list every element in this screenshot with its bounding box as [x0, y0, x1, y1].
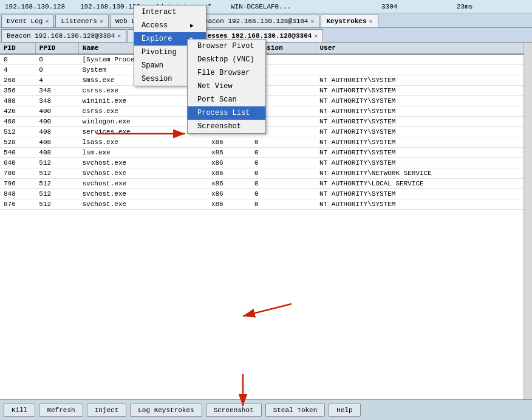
- sm-process-list[interactable]: Process List: [188, 106, 265, 120]
- cell-arch: x86: [208, 137, 251, 148]
- cell-session: 0: [251, 189, 316, 199]
- cell-pid: 876: [0, 199, 35, 210]
- tab-listeners[interactable]: Listeners ✕: [55, 15, 108, 27]
- cell-user: NT AUTHORITY\NETWORK SERVICE: [316, 168, 532, 179]
- cell-user: [316, 54, 532, 65]
- cell-user: [316, 65, 532, 75]
- cell-user: NT AUTHORITY\LOCAL SERVICE: [316, 179, 532, 189]
- cell-user: NT AUTHORITY\SYSTEM: [316, 158, 532, 168]
- cell-pid: 640: [0, 158, 35, 168]
- cell-arch: x86: [208, 179, 251, 189]
- close-processes-3304[interactable]: ✕: [314, 32, 318, 40]
- cell-ppid: 512: [35, 189, 78, 199]
- scrollbar[interactable]: [523, 43, 532, 399]
- cell-pid: 512: [0, 127, 35, 137]
- close-keystrokes-1[interactable]: ✕: [369, 18, 372, 25]
- sm-screenshot[interactable]: Screenshot: [188, 120, 265, 133]
- close-beacon-3184[interactable]: ✕: [310, 18, 314, 25]
- cell-arch: x86: [208, 158, 251, 168]
- cell-arch: x86: [208, 189, 251, 199]
- cell-pid: 848: [0, 189, 35, 199]
- refresh-button[interactable]: Refresh: [39, 404, 83, 417]
- cell-name: svchost.exe: [79, 179, 208, 189]
- cell-ppid: 512: [35, 179, 78, 189]
- cell-arch: x86: [208, 199, 251, 210]
- cell-arch: x86: [208, 168, 251, 179]
- cell-user: NT AUTHORITY\SYSTEM: [316, 127, 532, 137]
- cell-ppid: 4: [35, 75, 78, 86]
- table-row[interactable]: 848512svchost.exex860NT AUTHORITY\SYSTEM: [0, 189, 532, 199]
- cell-user: NT AUTHORITY\SYSTEM: [316, 86, 532, 96]
- cell-user: NT AUTHORITY\SYSTEM: [316, 199, 532, 210]
- sm-desktop-vnc[interactable]: Desktop (VNC): [188, 53, 265, 66]
- cell-pid: 356: [0, 86, 35, 96]
- cell-user: NT AUTHORITY\SYSTEM: [316, 189, 532, 199]
- screenshot-button[interactable]: Screenshot: [206, 404, 262, 417]
- tab-bar-1: Event Log ✕ Listeners ✕ Web Log ✕ Sites …: [0, 13, 532, 28]
- cell-pid: 540: [0, 148, 35, 158]
- col-pid: 3304: [379, 3, 454, 10]
- tab-beacon-3304[interactable]: Beacon 192.168.130.128@3304 ✕: [1, 29, 126, 42]
- cell-ppid: 408: [35, 148, 78, 158]
- table-row[interactable]: 540408lsm.exex860NT AUTHORITY\SYSTEM: [0, 148, 532, 158]
- sm-port-scan[interactable]: Port Scan: [188, 93, 265, 106]
- col-external: 192.168.130.128: [2, 3, 78, 10]
- cm-interact[interactable]: Interact: [134, 5, 206, 19]
- cell-user: NT AUTHORITY\SYSTEM: [316, 96, 532, 106]
- cell-pid: 420: [0, 106, 35, 117]
- close-event-log[interactable]: ✕: [45, 18, 49, 25]
- inject-button[interactable]: Inject: [87, 404, 127, 417]
- tab-beacon-3184[interactable]: Beacon 192.168.130.128@3184 ✕: [194, 15, 319, 27]
- cell-pid: 408: [0, 96, 35, 106]
- table-row[interactable]: 796512svchost.exex860NT AUTHORITY\LOCAL …: [0, 179, 532, 189]
- table-row[interactable]: 640512svchost.exex860NT AUTHORITY\SYSTEM: [0, 158, 532, 168]
- sm-net-view[interactable]: Net View: [188, 80, 265, 93]
- cell-arch: x86: [208, 148, 251, 158]
- cm-access[interactable]: Access ▶: [134, 19, 206, 32]
- col-computer: WIN-DCSELAF0...: [228, 3, 304, 10]
- col-last: 23ms: [454, 3, 530, 10]
- cell-pid: 0: [0, 54, 35, 65]
- cell-ppid: 408: [35, 137, 78, 148]
- cell-ppid: 512: [35, 168, 78, 179]
- table-row[interactable]: 528408lsass.exex860NT AUTHORITY\SYSTEM: [0, 137, 532, 148]
- cell-session: 0: [251, 168, 316, 179]
- cell-ppid: 400: [35, 106, 78, 117]
- cell-ppid: 512: [35, 158, 78, 168]
- cell-ppid: 512: [35, 199, 78, 210]
- sm-browser-pivot[interactable]: Browser Pivot: [188, 40, 265, 53]
- session-row: 192.168.130.128 192.168.130.128 Administ…: [0, 0, 532, 13]
- help-button[interactable]: Help: [329, 404, 360, 417]
- tab-bar-2: Beacon 192.168.130.128@3304 ✕ Keystrokes…: [0, 28, 532, 43]
- cell-session: 0: [251, 148, 316, 158]
- cell-pid: 4: [0, 65, 35, 75]
- tab-event-log[interactable]: Event Log ✕: [1, 15, 54, 27]
- cell-ppid: 408: [35, 127, 78, 137]
- table-row[interactable]: 876512svchost.exex860NT AUTHORITY\SYSTEM: [0, 199, 532, 210]
- cell-pid: 268: [0, 75, 35, 86]
- close-beacon-3304[interactable]: ✕: [117, 32, 121, 40]
- process-table-area: PID PPID Name Arch Session User 00[Syste…: [0, 43, 532, 399]
- log-keystrokes-button[interactable]: Log Keystrokes: [130, 404, 202, 417]
- cell-session: 0: [251, 137, 316, 148]
- cell-session: 0: [251, 199, 316, 210]
- cell-ppid: 348: [35, 86, 78, 96]
- cm-access-arrow: ▶: [190, 22, 194, 29]
- cell-pid: 796: [0, 179, 35, 189]
- cell-session: 0: [251, 179, 316, 189]
- cell-pid: 528: [0, 137, 35, 148]
- steal-token-button[interactable]: Steal Token: [265, 404, 326, 417]
- process-table: PID PPID Name Arch Session User 00[Syste…: [0, 43, 532, 210]
- kill-button[interactable]: Kill: [4, 404, 35, 417]
- table-row[interactable]: 708512svchost.exex860NT AUTHORITY\NETWOR…: [0, 168, 532, 179]
- cell-ppid: 348: [35, 96, 78, 106]
- th-pid: PID: [0, 43, 35, 54]
- sm-file-browser[interactable]: File Browser: [188, 66, 265, 80]
- cell-user: NT AUTHORITY\SYSTEM: [316, 137, 532, 148]
- tab-keystrokes-1[interactable]: Keystrokes ✕: [321, 15, 378, 27]
- cell-name: svchost.exe: [79, 199, 208, 210]
- cell-session: 0: [251, 158, 316, 168]
- cell-name: svchost.exe: [79, 189, 208, 199]
- close-listeners[interactable]: ✕: [100, 18, 103, 25]
- explore-submenu: Browser Pivot Desktop (VNC) File Browser…: [187, 39, 266, 134]
